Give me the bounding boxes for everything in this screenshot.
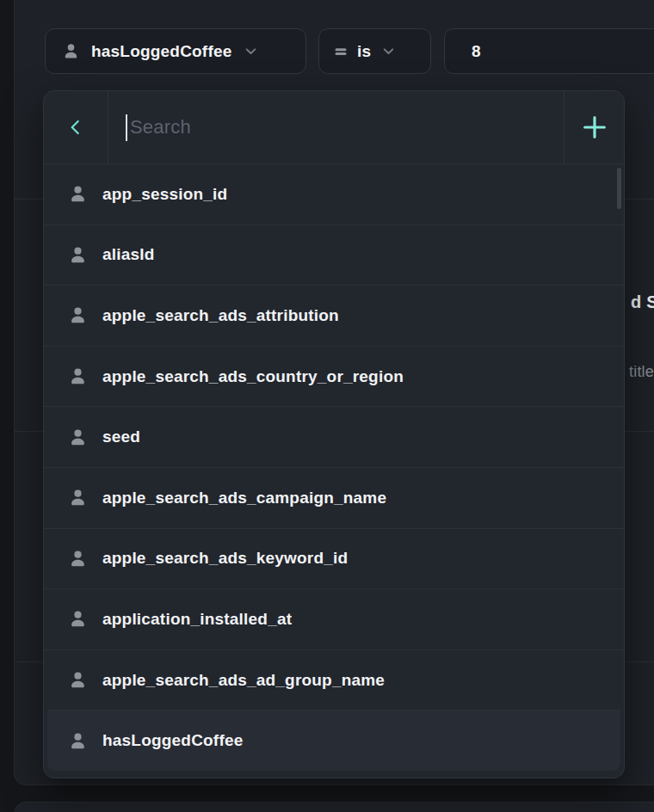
chevron-left-icon [65, 116, 87, 138]
list-item[interactable]: aliasId [44, 225, 624, 286]
filter-property-label: hasLoggedCoffee [91, 42, 231, 61]
person-icon [68, 184, 88, 204]
person-icon [68, 488, 88, 508]
list-item[interactable]: apple_search_ads_country_or_region [44, 346, 624, 407]
person-icon [68, 428, 88, 447]
chevron-down-icon [381, 44, 396, 58]
person-icon [68, 245, 88, 265]
list-item[interactable]: application_installed_at [44, 588, 624, 649]
property-label: apple_search_ads_keyword_id [102, 549, 348, 568]
search-field-wrap [108, 91, 564, 163]
dropdown-header [44, 91, 624, 164]
search-input[interactable] [108, 91, 564, 163]
property-list: app_session_id aliasId apple_search_ads_… [44, 164, 624, 778]
person-icon [68, 549, 88, 569]
filter-value-pill[interactable]: 8 [444, 28, 654, 74]
property-label: aliasId [102, 245, 155, 264]
list-item[interactable]: app_session_id [44, 164, 624, 225]
property-label: application_installed_at [102, 610, 292, 629]
list-item[interactable]: seed [44, 406, 624, 467]
filter-operator-pill[interactable]: is [318, 28, 431, 74]
property-picker-dropdown: app_session_id aliasId apple_search_ads_… [43, 90, 625, 778]
person-icon [68, 305, 88, 325]
person-icon [68, 366, 88, 386]
person-icon [68, 609, 88, 629]
add-property-button[interactable] [564, 91, 624, 163]
text-caret [126, 114, 127, 141]
property-label: apple_search_ads_ad_group_name [102, 671, 385, 690]
person-icon [62, 42, 80, 60]
back-button[interactable] [44, 91, 108, 163]
person-icon [68, 670, 88, 690]
list-item[interactable]: apple_search_ads_campaign_name [44, 467, 624, 528]
background-clipped-heading: d S [631, 292, 654, 312]
filter-property-pill[interactable]: hasLoggedCoffee [45, 28, 306, 74]
list-item[interactable]: apple_search_ads_ad_group_name [44, 649, 624, 710]
property-label: seed [102, 428, 140, 446]
filter-operator-label: is [357, 42, 371, 61]
list-item-highlighted[interactable]: hasLoggedCoffee [47, 710, 620, 771]
property-label: hasLoggedCoffee [102, 731, 243, 750]
chevron-down-icon [244, 44, 258, 58]
property-label: apple_search_ads_country_or_region [102, 367, 404, 386]
equals-icon [334, 45, 348, 58]
filter-value-text: 8 [472, 42, 481, 61]
scrollbar-thumb[interactable] [617, 168, 621, 209]
plus-icon [581, 114, 608, 141]
app-window: d S title hasLoggedCoffee is 8 [0, 0, 654, 812]
person-icon [68, 731, 88, 751]
list-item[interactable]: apple_search_ads_keyword_id [44, 528, 624, 589]
property-label: apple_search_ads_attribution [102, 306, 339, 325]
background-clipped-subtitle: title [629, 363, 654, 381]
property-label: app_session_id [102, 185, 227, 204]
background-card-bottom [14, 802, 654, 812]
property-label: apple_search_ads_campaign_name [102, 489, 386, 508]
list-item[interactable]: apple_search_ads_attribution [44, 285, 624, 346]
